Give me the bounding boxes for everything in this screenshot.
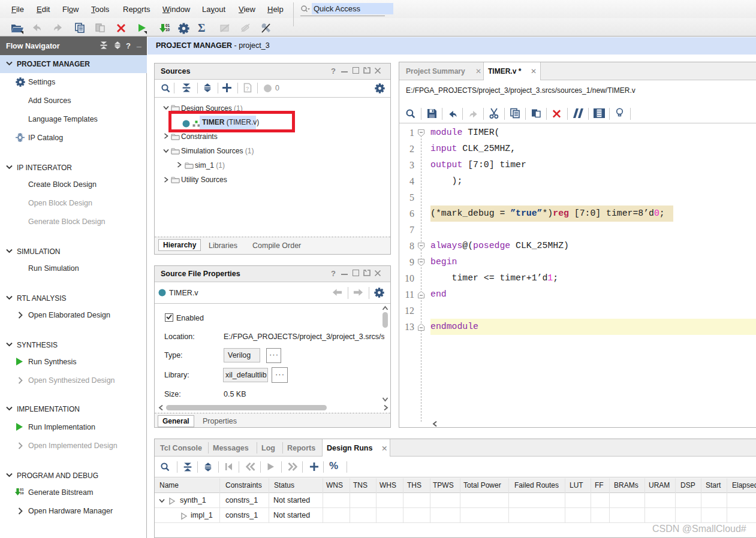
svg-text:01: 01 <box>20 488 23 491</box>
svg-text:?: ? <box>246 86 249 92</box>
svg-text:01: 01 <box>165 23 170 28</box>
svg-text:10: 10 <box>165 28 170 32</box>
svg-text:10: 10 <box>20 491 23 495</box>
